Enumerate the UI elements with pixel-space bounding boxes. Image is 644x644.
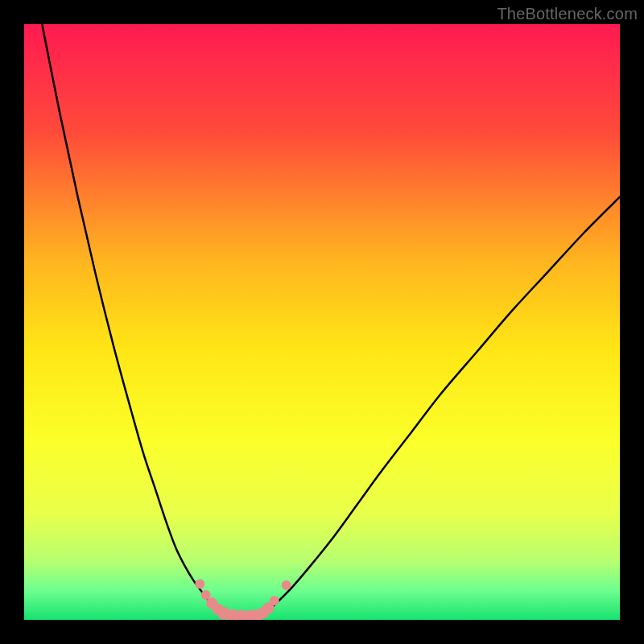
marker-point — [282, 580, 291, 590]
watermark-text: TheBottleneck.com — [497, 5, 638, 23]
gradient-background — [24, 24, 620, 620]
chart-svg — [24, 24, 620, 620]
chart-frame: TheBottleneck.com — [0, 0, 644, 644]
marker-point — [270, 596, 279, 605]
marker-point — [195, 580, 204, 589]
plot-area — [24, 24, 620, 620]
